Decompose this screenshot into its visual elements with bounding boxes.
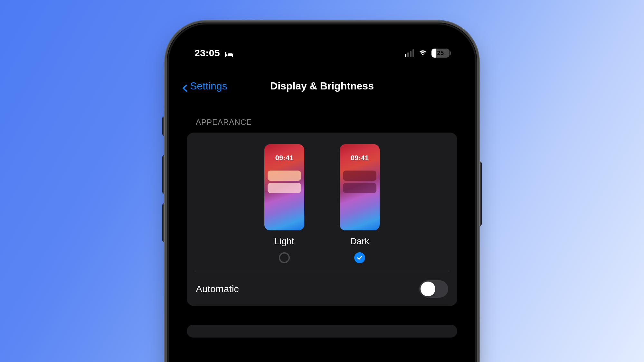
battery-percent: 25 — [437, 50, 444, 57]
status-bar: 23:05 25 — [172, 45, 472, 61]
settings-content: APPEARANCE 09:41 Light — [172, 108, 472, 338]
battery-icon: 25 — [431, 49, 450, 58]
sleep-focus-icon — [224, 50, 233, 57]
preview-widget-row — [268, 171, 301, 181]
screen: 23:05 25 — [172, 28, 472, 362]
automatic-row: Automatic — [187, 272, 457, 306]
preview-widget-row — [268, 183, 301, 193]
appearance-option-dark[interactable]: 09:41 Dark — [340, 144, 380, 263]
back-button[interactable]: Settings — [172, 80, 227, 92]
radio-unchecked-icon — [279, 252, 290, 263]
page-title: Display & Brightness — [270, 80, 374, 92]
power-button — [480, 162, 482, 226]
preview-time: 09:41 — [264, 154, 304, 162]
nav-bar: Settings Display & Brightness — [172, 75, 472, 97]
volume-up-button — [162, 155, 164, 194]
appearance-options-row: 09:41 Light 09:41 — [187, 133, 457, 272]
appearance-card: 09:41 Light 09:41 — [187, 133, 457, 306]
radio-checked-icon — [354, 252, 365, 263]
mute-switch — [162, 116, 164, 136]
chevron-left-icon — [182, 82, 189, 89]
next-settings-card — [187, 325, 457, 338]
preview-widget-row — [343, 171, 376, 181]
appearance-label-light: Light — [275, 236, 294, 246]
appearance-section-header: APPEARANCE — [187, 108, 457, 133]
status-time: 23:05 — [194, 48, 220, 59]
cellular-signal-icon — [405, 49, 414, 57]
appearance-option-light[interactable]: 09:41 Light — [264, 144, 304, 263]
preview-widget-row — [343, 183, 376, 193]
appearance-label-dark: Dark — [350, 236, 369, 246]
automatic-toggle[interactable] — [419, 280, 448, 298]
dark-preview-thumbnail: 09:41 — [340, 144, 380, 230]
light-preview-thumbnail: 09:41 — [264, 144, 304, 230]
preview-time: 09:41 — [340, 154, 380, 162]
automatic-label: Automatic — [196, 283, 239, 294]
device-frame: 23:05 25 — [164, 20, 480, 362]
back-label: Settings — [190, 80, 227, 92]
toggle-knob — [421, 282, 435, 296]
volume-down-button — [162, 203, 164, 242]
wifi-icon — [418, 48, 428, 59]
